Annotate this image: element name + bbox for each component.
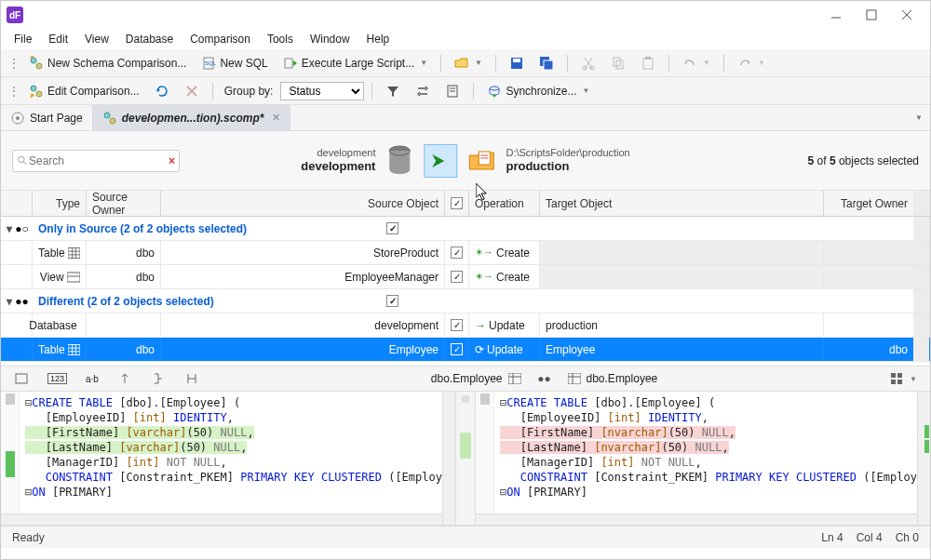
diff-divider[interactable] bbox=[455, 392, 476, 525]
title-bar: dF bbox=[1, 1, 930, 29]
group-by-select[interactable]: Status bbox=[280, 82, 364, 100]
new-sql-button[interactable]: SQL New SQL bbox=[196, 53, 273, 73]
menu-file[interactable]: File bbox=[7, 31, 39, 47]
tab-close-button[interactable]: ✕ bbox=[272, 112, 280, 124]
svg-rect-13 bbox=[544, 60, 553, 70]
diff-tool-1[interactable] bbox=[8, 368, 34, 389]
tab-start-label: Start Page bbox=[30, 112, 83, 125]
status-ch: Ch 0 bbox=[896, 531, 919, 544]
selection-count-a: 5 bbox=[808, 154, 815, 167]
group-different[interactable]: ▾ ●● Different (2 of 2 objects selected)… bbox=[1, 289, 930, 313]
clear-search-button[interactable]: × bbox=[169, 154, 175, 167]
expand-toggle[interactable]: ▾ ●● bbox=[1, 289, 33, 313]
svg-rect-59 bbox=[16, 374, 27, 383]
col-operation[interactable]: Operation bbox=[469, 191, 540, 216]
create-icon: ✶→ bbox=[475, 271, 493, 283]
app-icon: dF bbox=[7, 7, 23, 23]
tab-comparison-doc[interactable]: developmen...tion).scomp* ✕ bbox=[93, 105, 291, 130]
save-button[interactable] bbox=[504, 53, 530, 73]
cut-button[interactable] bbox=[575, 53, 601, 73]
table-row[interactable]: View dbo EmployeeManager ✓ ✶→Create bbox=[1, 265, 930, 289]
row-checkbox[interactable]: ✓ bbox=[451, 343, 463, 355]
menu-tools[interactable]: Tools bbox=[260, 31, 301, 47]
undo-button[interactable]: ▼ bbox=[677, 53, 716, 73]
menu-help[interactable]: Help bbox=[359, 31, 398, 47]
database-icon bbox=[385, 144, 414, 178]
col-source-owner[interactable]: Source Owner bbox=[87, 191, 161, 216]
open-button[interactable]: ▼ bbox=[449, 53, 488, 73]
diff-marker[interactable] bbox=[924, 425, 929, 438]
search-input[interactable] bbox=[29, 154, 169, 167]
filter-button[interactable] bbox=[380, 81, 406, 101]
cell-sobject: EmployeeManager bbox=[161, 265, 445, 288]
save-all-button[interactable] bbox=[533, 53, 560, 73]
execute-script-button[interactable]: Execute Large Script... ▼ bbox=[277, 53, 433, 73]
synchronize-button[interactable]: Synchronize... ▼ bbox=[481, 81, 595, 101]
svg-marker-32 bbox=[492, 95, 496, 98]
row-checkbox[interactable]: ✓ bbox=[451, 319, 463, 331]
edit-comparison-button[interactable]: Edit Comparison... bbox=[23, 81, 145, 101]
diff-view-options[interactable]: ▼ bbox=[884, 368, 923, 389]
menu-window[interactable]: Window bbox=[303, 31, 358, 47]
diff-tool-6[interactable] bbox=[179, 368, 205, 389]
maximize-button[interactable] bbox=[854, 4, 889, 26]
table-row[interactable]: Table dbo StoreProduct ✓ ✶→Create bbox=[1, 241, 930, 265]
tab-overflow-button[interactable]: ▼ bbox=[906, 105, 930, 130]
status-text: Ready bbox=[12, 531, 45, 544]
diff-tool-5[interactable] bbox=[145, 368, 171, 389]
copy-button[interactable] bbox=[605, 53, 631, 73]
row-checkbox[interactable]: ✓ bbox=[451, 271, 463, 283]
vscrollbar[interactable] bbox=[442, 392, 455, 525]
svg-rect-54 bbox=[68, 344, 80, 354]
hscrollbar[interactable] bbox=[476, 513, 917, 525]
expand-toggle[interactable]: ▾ ●○ bbox=[1, 217, 33, 240]
table-row[interactable]: Database development ✓ →Update productio… bbox=[1, 313, 930, 338]
col-target-object[interactable]: Target Object bbox=[540, 191, 824, 216]
svg-rect-18 bbox=[643, 59, 653, 69]
report-button[interactable] bbox=[439, 81, 466, 101]
code-right: ⊟CREATE TABLE [dbo].[Employee] ( [Employ… bbox=[476, 392, 930, 503]
paste-button[interactable] bbox=[635, 53, 661, 73]
col-source-object[interactable]: Source Object bbox=[161, 191, 445, 216]
comparison-center: development development D:\ScriptsFolder… bbox=[301, 144, 629, 178]
group-checkbox[interactable]: ✓ bbox=[386, 222, 398, 234]
svg-rect-68 bbox=[891, 380, 896, 384]
vscrollbar[interactable] bbox=[917, 392, 930, 525]
svg-point-15 bbox=[590, 66, 594, 70]
diff-tool-2[interactable]: 123 bbox=[42, 370, 73, 387]
group-checkbox[interactable]: ✓ bbox=[386, 295, 398, 307]
hscrollbar[interactable] bbox=[1, 513, 442, 525]
diff-pane-right[interactable]: ⊟CREATE TABLE [dbo].[Employee] ( [Employ… bbox=[476, 392, 930, 525]
sync-icon bbox=[487, 84, 502, 99]
compare-direction-button[interactable] bbox=[424, 144, 457, 178]
search-box[interactable]: × bbox=[12, 150, 180, 172]
chevron-down-icon: ▼ bbox=[910, 375, 917, 383]
menu-view[interactable]: View bbox=[77, 31, 116, 47]
minimize-button[interactable] bbox=[818, 4, 854, 26]
col-type[interactable]: Type bbox=[33, 191, 87, 216]
right-object-label: dbo.Employee bbox=[587, 372, 658, 385]
tab-start-page[interactable]: Start Page bbox=[1, 105, 93, 130]
row-checkbox[interactable]: ✓ bbox=[451, 247, 463, 259]
menu-comparison[interactable]: Comparison bbox=[182, 31, 258, 47]
col-target-owner[interactable]: Target Owner bbox=[824, 191, 913, 216]
menu-database[interactable]: Database bbox=[118, 31, 181, 47]
table-row-selected[interactable]: Table dbo Employee ✓ ⟳Update Employee db… bbox=[1, 338, 930, 362]
stop-button[interactable] bbox=[179, 81, 205, 101]
new-schema-comparison-button[interactable]: New Schema Comparison... bbox=[23, 53, 192, 73]
svg-point-4 bbox=[31, 58, 36, 63]
swap-button[interactable] bbox=[410, 81, 436, 101]
col-checkbox[interactable]: ✓ bbox=[445, 191, 469, 216]
diff-pane-left[interactable]: ⊟CREATE TABLE [dbo].[Employee] ( [Employ… bbox=[1, 392, 455, 525]
svg-point-31 bbox=[490, 87, 499, 90]
redo-button[interactable]: ▼ bbox=[732, 53, 771, 73]
diff-tool-3[interactable]: a·b bbox=[80, 371, 104, 387]
group-only-in-source[interactable]: ▾ ●○ Only in Source (2 of 2 objects sele… bbox=[1, 217, 930, 241]
diff-marker[interactable] bbox=[924, 440, 929, 453]
close-button[interactable] bbox=[889, 4, 924, 26]
refresh-button[interactable] bbox=[149, 81, 175, 101]
separator bbox=[668, 55, 669, 72]
grip-icon: ⋮ bbox=[8, 85, 20, 98]
menu-edit[interactable]: Edit bbox=[41, 31, 75, 47]
diff-tool-4[interactable] bbox=[112, 368, 138, 389]
